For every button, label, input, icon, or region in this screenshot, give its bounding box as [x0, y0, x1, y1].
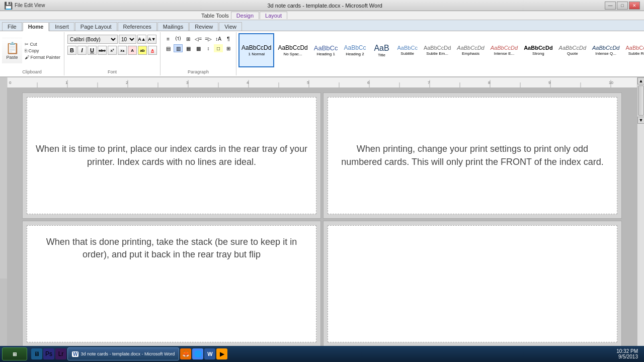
subscript-button[interactable]: x₂ [118, 46, 127, 55]
text-effects-button[interactable]: A [128, 46, 137, 55]
window-controls: — □ ✕ [605, 2, 640, 10]
style-subtitle-label: Subtitle [400, 51, 414, 56]
style-subtle-ref-label: Subtle Ref... [628, 51, 644, 56]
font-name-select[interactable]: Calibri (Body) [67, 35, 118, 44]
tab-home[interactable]: Home [23, 22, 49, 31]
scroll-up-button[interactable]: ▲ [637, 77, 644, 84]
style-quote[interactable]: AaBbCcDd Quote [556, 33, 589, 67]
vertical-scrollbar[interactable]: ▲ ▼ [637, 77, 644, 352]
bold-button[interactable]: B [67, 46, 76, 55]
tab-review[interactable]: Review [189, 22, 218, 31]
font-label: Font [108, 68, 117, 74]
taskbar-word2-icon[interactable]: W [204, 348, 215, 359]
decrease-font-button[interactable]: A▼ [147, 35, 156, 44]
paste-button[interactable]: 📋 Paste [2, 38, 22, 64]
copy-button[interactable]: ⎘ Copy [23, 48, 62, 54]
index-card-4[interactable] [328, 225, 617, 342]
close-button[interactable]: ✕ [629, 2, 640, 10]
style-title-label: Title [378, 53, 385, 57]
borders-button[interactable]: ⊞ [224, 44, 233, 52]
start-label: ⊞ [13, 351, 17, 357]
svg-text:4: 4 [247, 80, 249, 85]
align-center-button[interactable]: ▥ [174, 44, 183, 52]
design-tab[interactable]: Design [231, 12, 259, 19]
sort-button[interactable]: ↕A [214, 35, 223, 43]
superscript-button[interactable]: x² [108, 46, 117, 55]
italic-button[interactable]: I [77, 46, 87, 55]
tab-insert[interactable]: Insert [49, 22, 74, 31]
style-emphasis-preview: AaBbCcDd [457, 45, 484, 51]
svg-text:8: 8 [488, 80, 491, 85]
style-no-spacing[interactable]: AaBbCcDd No Spac... [275, 33, 310, 67]
index-card-3[interactable]: When that is done printing, take the sta… [27, 225, 316, 342]
multilevel-list-button[interactable]: ⊞ [184, 35, 193, 43]
style-intense-e[interactable]: AaBbCcDd Intense E... [488, 33, 520, 67]
tab-page-layout[interactable]: Page Layout [75, 22, 117, 31]
style-title-preview: AaB [374, 43, 389, 53]
taskbar-firefox-icon[interactable]: 🦊 [180, 348, 191, 359]
strikethrough-button[interactable]: abc [98, 46, 107, 55]
taskbar-windows-icon[interactable]: 🖥 [31, 348, 42, 359]
style-subtitle[interactable]: AaBbCc Subtitle [395, 33, 420, 67]
taskbar-word-button[interactable]: W 3d note cards - template.docx - Micros… [67, 347, 179, 360]
font-name-row: Calibri (Body) 10 A▲ A▼ [67, 35, 157, 44]
tab-file[interactable]: File [2, 22, 22, 31]
tab-references[interactable]: References [118, 22, 157, 31]
tab-mailings[interactable]: Mailings [157, 22, 189, 31]
highlight-button[interactable]: ab [138, 46, 147, 55]
start-button[interactable]: ⊞ [2, 347, 27, 360]
style-quote-label: Quote [567, 51, 578, 56]
ribbon: 📋 Paste ✂ Cut ⎘ Copy 🖌 Format Painter Cl… [0, 31, 644, 77]
bullets-button[interactable]: ≡ [164, 35, 173, 43]
style-heading2[interactable]: AaBbCc Heading 2 [342, 33, 369, 67]
taskbar-lightroom-icon[interactable]: Lr [55, 348, 66, 359]
svg-text:9: 9 [548, 80, 551, 85]
decrease-indent-button[interactable]: ◁= [194, 35, 203, 43]
numbering-button[interactable]: ⑴ [174, 35, 183, 43]
index-card-2[interactable]: When printing, change your print setting… [328, 97, 617, 214]
underline-button[interactable]: U [88, 46, 97, 55]
minimize-button[interactable]: — [605, 2, 616, 10]
layout-tab[interactable]: Layout [260, 12, 287, 19]
ruler: 0 1 2 3 4 5 6 7 8 9 [7, 77, 637, 87]
taskbar-photoshop-icon[interactable]: Ps [43, 348, 54, 359]
justify-button[interactable]: ▩ [194, 44, 203, 52]
app-icon: 💾 File Edit View [4, 2, 45, 10]
style-normal[interactable]: AaBbCcDd 1 Normal [238, 33, 274, 67]
card-text-2: When printing, change your print setting… [336, 143, 609, 168]
increase-font-button[interactable]: A▲ [137, 35, 146, 44]
line-spacing-button[interactable]: ↕ [204, 44, 213, 52]
style-subtle-em-label: Subtle Em... [426, 51, 448, 56]
font-group: Calibri (Body) 10 A▲ A▼ B I U abc x² x₂ … [64, 32, 160, 75]
align-right-button[interactable]: ▦ [184, 44, 193, 52]
style-subtitle-preview: AaBbCc [397, 45, 418, 51]
card-text-3: When that is done printing, take the sta… [35, 236, 308, 261]
style-subtle-em[interactable]: AaBbCcDd Subtle Em... [421, 33, 453, 67]
increase-indent-button[interactable]: =▷ [204, 35, 213, 43]
style-heading1[interactable]: AaBbCc Heading 1 [311, 33, 341, 67]
style-subtle-ref[interactable]: AaBbCcDd Subtle Ref... [623, 33, 644, 67]
font-size-select[interactable]: 10 [119, 35, 136, 44]
show-hide-button[interactable]: ¶ [224, 35, 233, 43]
style-emphasis-label: Emphasis [462, 51, 479, 56]
style-emphasis[interactable]: AaBbCcDd Emphasis [454, 33, 487, 67]
scroll-thumb[interactable] [638, 85, 644, 116]
style-intense-q[interactable]: AaBbCcDd Intense Q... [590, 33, 622, 67]
svg-text:1: 1 [65, 80, 68, 85]
document-area: 0 1 2 3 4 5 6 7 8 9 [7, 77, 637, 352]
date-display: 9/5/2013 [616, 354, 638, 359]
taskbar-chrome-icon[interactable]: 🌐 [192, 348, 203, 359]
shading-button[interactable]: □ [214, 44, 223, 52]
index-card-1[interactable]: When it is time to print, place our inde… [27, 97, 316, 214]
style-intense-e-label: Intense E... [494, 51, 514, 56]
align-left-button[interactable]: ▤ [164, 44, 173, 52]
font-color-button[interactable]: A [148, 46, 157, 55]
tab-view[interactable]: View [219, 22, 242, 31]
format-painter-button[interactable]: 🖌 Format Painter [23, 54, 62, 60]
style-title[interactable]: AaB Title [370, 33, 394, 67]
maximize-button[interactable]: □ [617, 2, 628, 10]
style-strong[interactable]: AaBbCcDd Strong [521, 33, 555, 67]
taskbar-vlc-icon[interactable]: ▶ [216, 348, 227, 359]
cut-button[interactable]: ✂ Cut [23, 41, 62, 47]
scroll-down-button[interactable]: ▼ [637, 117, 644, 124]
